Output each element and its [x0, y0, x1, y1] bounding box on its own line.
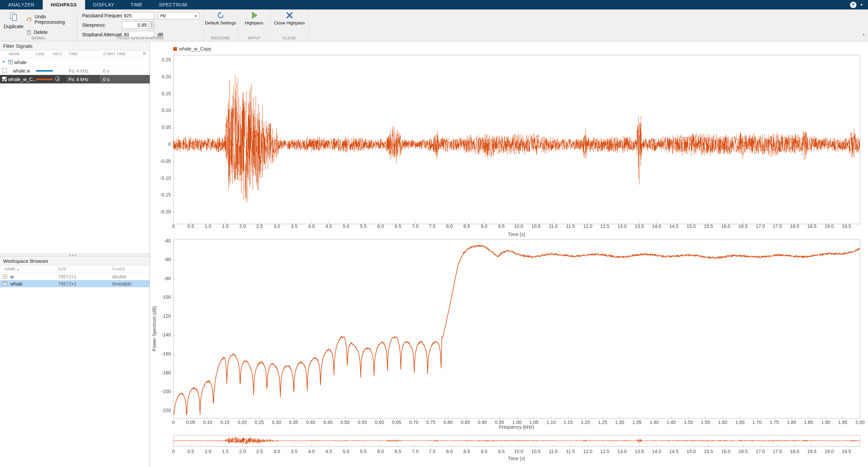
- variable-name: whale: [10, 281, 23, 287]
- duplicate-button[interactable]: Duplicate: [3, 12, 24, 29]
- default-settings-label: Default Settings: [205, 20, 236, 26]
- filter-signals-table-header: NAME LINE INFO TIME START TIME ⚙: [0, 51, 150, 58]
- default-settings-button[interactable]: Default Settings: [203, 11, 238, 26]
- steepness-row: Steepness: ▴ ▾: [77, 21, 203, 29]
- section-label-signal: SIGNAL: [0, 36, 77, 40]
- line-style-swatch[interactable]: [36, 70, 53, 72]
- column-header-info[interactable]: INFO: [53, 52, 62, 56]
- close-highpass-button[interactable]: Close Highpass: [271, 11, 308, 26]
- signal-analyzer-app: { "titlebar": { "tabs": ["ANALYZER", "HI…: [0, 0, 868, 467]
- variable-name: w: [10, 274, 14, 279]
- stepper-up-icon[interactable]: ▴: [151, 22, 153, 25]
- signal-time: Fs: 4 kHz: [68, 77, 88, 82]
- close-highpass-label: Close Highpass: [274, 20, 305, 26]
- signal-group-row[interactable]: ▾ whale: [0, 58, 150, 66]
- undo-preprocessing-label: Undo Preprocessing: [35, 14, 77, 25]
- duplicate-icon: [9, 12, 18, 21]
- stepper-down-icon[interactable]: ▾: [151, 25, 153, 28]
- caret-down-icon: ▾: [195, 13, 197, 19]
- filter-signals-title: Filter Signals: [0, 42, 150, 51]
- undo-preprocessing-button[interactable]: Undo Preprocessing: [26, 14, 77, 25]
- info-icon[interactable]: i: [55, 76, 60, 81]
- expand-triangle-icon[interactable]: ▾: [3, 60, 5, 64]
- sort-ascending-icon: ▲: [17, 268, 19, 271]
- column-header-start-time[interactable]: START TIME: [103, 52, 126, 56]
- toolstrip-tabbar: ANALYZER HIGHPASS DISPLAY TIME SPECTRUM …: [0, 0, 868, 9]
- column-header-name[interactable]: NAME ▲: [4, 267, 20, 271]
- tab-spectrum[interactable]: SPECTRUM: [151, 0, 195, 9]
- ribbon-section-apply: Highpass APPLY: [238, 9, 271, 41]
- passband-unit-select[interactable]: Hz ▾: [158, 12, 199, 19]
- variable-class: timetable: [112, 281, 132, 287]
- undo-icon: [26, 17, 32, 22]
- section-label-filter-specifications: FILTER SPECIFICATIONS: [77, 36, 203, 40]
- table-row-whale-w-copy[interactable]: whale_w_C... i Fs: 4 kHz 0 s: [0, 75, 150, 83]
- collapse-ribbon-icon[interactable]: ▴: [863, 32, 865, 36]
- variable-size: 79572×1: [58, 274, 77, 279]
- table-row-whale-w[interactable]: whale.w Fs: 4 kHz 0 s: [0, 66, 150, 75]
- section-label-close: CLOSE: [271, 36, 308, 40]
- tab-display[interactable]: DISPLAY: [85, 0, 122, 9]
- ribbon-section-filter-specifications: Passband Frequency: Hz ▾ Steepness: ▴ ▾ …: [77, 9, 203, 41]
- signal-name: whale.w: [13, 68, 30, 74]
- restore-defaults-icon: [217, 11, 225, 19]
- passband-frequency-row: Passband Frequency: Hz ▾: [77, 12, 203, 20]
- steepness-label: Steepness:: [82, 22, 106, 28]
- signal-time: Fs: 4 kHz: [68, 68, 88, 74]
- panner-canvas[interactable]: [150, 432, 868, 467]
- legend-color-swatch: [173, 47, 177, 51]
- tab-highpass[interactable]: HIGHPASS: [43, 0, 85, 9]
- legend-label: whale_w_Copy: [179, 46, 211, 52]
- highpass-apply-label: Highpass: [245, 20, 263, 26]
- splitter-handle[interactable]: [70, 255, 71, 256]
- help-icon[interactable]: ?: [850, 2, 856, 8]
- workspace-browser-title: Workspace Browser: [0, 257, 150, 266]
- ribbon-section-signal: Duplicate Undo Preprocessing: [0, 9, 77, 41]
- legend[interactable]: whale_w_Copy: [173, 46, 211, 52]
- column-header-time[interactable]: TIME: [68, 52, 78, 56]
- variable-size: 79572×1: [58, 281, 77, 287]
- signal-name: whale_w_C...: [8, 77, 37, 82]
- tab-analyzer[interactable]: ANALYZER: [0, 0, 43, 9]
- passband-unit-value: Hz: [160, 13, 166, 18]
- column-header-size[interactable]: SIZE: [58, 267, 67, 271]
- group-name: whale: [14, 60, 27, 65]
- workspace-row-whale[interactable]: whale 79572×1 timetable: [0, 280, 150, 287]
- highpass-apply-button[interactable]: Highpass: [238, 11, 270, 26]
- panel-splitter[interactable]: [0, 253, 150, 257]
- steepness-stepper[interactable]: ▴ ▾: [149, 21, 155, 29]
- column-header-class[interactable]: CLASS: [112, 267, 125, 271]
- duplicate-label: Duplicate: [3, 24, 24, 29]
- workspace-row-w[interactable]: w 79572×1 double: [0, 273, 150, 280]
- tab-time[interactable]: TIME: [122, 0, 151, 9]
- close-icon: [285, 11, 294, 19]
- signal-start-time: 0 s: [103, 68, 110, 74]
- plot-checkbox[interactable]: [2, 77, 7, 81]
- delete-icon: [26, 30, 32, 35]
- left-sidebar: Filter Signals NAME LINE INFO TIME START…: [0, 42, 150, 467]
- passband-frequency-input[interactable]: [122, 12, 154, 19]
- signal-group-icon: [8, 60, 13, 64]
- highpass-ribbon: Duplicate Undo Preprocessing: [0, 9, 868, 41]
- gear-icon[interactable]: ⚙: [143, 51, 146, 56]
- topbar-right-controls: ? ▾: [850, 0, 868, 9]
- plot-checkbox[interactable]: [2, 68, 7, 73]
- spectrum-plot-canvas[interactable]: [150, 236, 868, 432]
- section-label-restore: RESTORE: [203, 36, 238, 40]
- signal-actions: Undo Preprocessing Delete: [26, 14, 77, 35]
- line-style-swatch[interactable]: [36, 79, 53, 80]
- time-plot-canvas[interactable]: [150, 44, 868, 237]
- delete-label: Delete: [34, 30, 47, 35]
- signal-start-time: 0 s: [103, 77, 110, 82]
- column-header-line[interactable]: LINE: [36, 52, 45, 56]
- variable-class: double: [112, 274, 126, 279]
- plot-display-area: whale_w_Copy: [150, 42, 868, 467]
- chevron-down-icon[interactable]: ▾: [861, 2, 863, 7]
- apply-run-icon: [250, 11, 258, 19]
- timetable-icon: [3, 281, 7, 286]
- section-label-apply: APPLY: [238, 36, 270, 40]
- workspace-table-header: NAME ▲ SIZE CLASS: [0, 266, 150, 273]
- column-header-name[interactable]: NAME: [9, 52, 20, 56]
- steepness-input[interactable]: [122, 21, 149, 29]
- delete-button[interactable]: Delete: [26, 30, 77, 35]
